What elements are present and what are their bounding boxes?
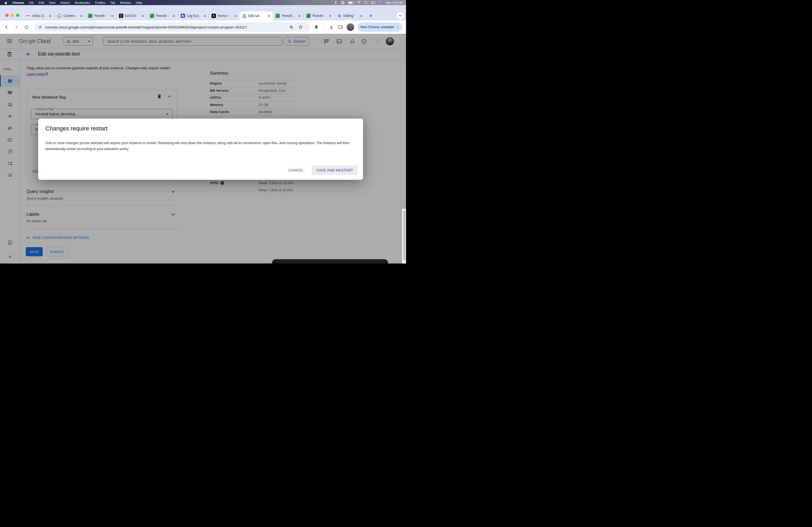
tab-peerdb-3[interactable]: Peerdb ( (273, 11, 303, 20)
peerdb-icon (88, 14, 92, 18)
wifi-icon[interactable] (357, 1, 361, 4)
tab-inbox[interactable]: Inbox (5, (24, 11, 54, 20)
control-center-icon[interactable] (371, 1, 375, 4)
tab-peerdb-4[interactable]: Peerdb L (304, 11, 334, 20)
menu-item-help[interactable]: Help (136, 1, 142, 4)
site-settings-icon[interactable] (38, 25, 42, 30)
tab-conference[interactable]: Conferen (55, 11, 85, 20)
menu-status-area: A Sat 1:29 PM (334, 1, 406, 4)
svg-text:DA: DA (120, 14, 122, 16)
chrome-tab-strip: Inbox (5, Conferen Peerdb U DAIS DAIS24 (0, 5, 406, 20)
window-zoom-button[interactable] (16, 14, 19, 17)
tab-edit-instance-active[interactable]: Edit sai- (240, 11, 273, 20)
dialog-buttons: CANCEL SAVE AND RESTART (289, 165, 358, 175)
editing-doc-icon (337, 14, 342, 18)
back-icon[interactable] (3, 24, 10, 30)
tab-peerdb-1[interactable]: Peerdb U (85, 11, 116, 20)
tab-log-explorer[interactable]: Log Expl (178, 11, 209, 20)
tabs-container: Inbox (5, Conferen Peerdb U DAIS DAIS24 (24, 11, 374, 20)
peerdb-icon (306, 14, 311, 18)
close-icon[interactable] (233, 14, 238, 18)
download-icon[interactable] (328, 24, 335, 30)
battery-icon[interactable] (348, 1, 353, 4)
close-icon[interactable] (297, 14, 302, 18)
menu-clock[interactable]: Sat 1:29 PM (386, 1, 403, 4)
zoom-icon[interactable] (289, 25, 294, 30)
page-viewport: Google Cloud test Search (/) for resourc… (0, 34, 406, 264)
menu-item-window[interactable]: Window (120, 1, 131, 4)
close-icon[interactable] (328, 14, 332, 18)
omnibox[interactable]: console.cloud.google.com/sql/instances/s… (34, 22, 310, 32)
close-icon[interactable] (359, 14, 363, 18)
tab-search-button[interactable] (396, 12, 404, 19)
macos-dock-hint[interactable] (272, 259, 388, 264)
svg-text:X: X (213, 14, 215, 17)
dialog-title: Changes require restart (45, 125, 107, 132)
window-minimize-button[interactable] (11, 14, 14, 17)
chrome-update-label: New Chrome available (360, 25, 394, 29)
scrollbar-thumb[interactable] (403, 210, 405, 260)
close-icon[interactable] (79, 14, 83, 18)
chrome-toolbar: console.cloud.google.com/sql/instances/s… (0, 20, 406, 34)
window-close-button[interactable] (5, 14, 9, 17)
tab-peerdb-2[interactable]: Peerdb L (147, 11, 178, 20)
close-icon[interactable] (141, 14, 145, 18)
reload-icon[interactable] (23, 24, 30, 30)
dialog-body: One or more changes you've selected will… (45, 140, 356, 152)
postgresql-icon (57, 14, 61, 18)
svg-text:IS: IS (120, 16, 122, 18)
forward-icon[interactable] (13, 24, 19, 30)
toolbar-divider (323, 25, 324, 29)
restart-dialog: Changes require restart One or more chan… (38, 119, 363, 180)
tab-dais24[interactable]: DAIS DAIS24 (116, 11, 147, 20)
menu-item-edit[interactable]: Edit (39, 1, 44, 4)
dialog-save-and-restart-button[interactable]: SAVE AND RESTART (312, 165, 358, 175)
close-icon[interactable] (172, 14, 176, 18)
close-icon[interactable] (267, 14, 271, 18)
display-icon[interactable] (334, 1, 337, 4)
datadog-icon (181, 14, 185, 18)
menu-item-bookmarks[interactable]: Bookmarks (75, 1, 90, 4)
side-panel-icon[interactable] (337, 24, 344, 30)
peerdb-icon (150, 14, 154, 18)
close-icon[interactable] (110, 14, 114, 18)
screen: Chrome File Edit View History Bookmarks … (0, 0, 406, 264)
peerdb-icon (276, 14, 280, 18)
menu-item-history[interactable]: History (60, 1, 70, 4)
page-scrollbar[interactable] (402, 209, 406, 264)
menu-item-file[interactable]: File (29, 1, 34, 4)
menu-item-view[interactable]: View (49, 1, 56, 4)
menu-left: Chrome File Edit View History Bookmarks … (0, 1, 142, 4)
app-switcher-icon[interactable]: A (341, 1, 345, 4)
menu-item-profiles[interactable]: Profiles (95, 1, 105, 4)
chrome-update-pill[interactable]: New Chrome available ⋮ (358, 22, 402, 32)
dialog-cancel-button[interactable]: CANCEL (289, 168, 304, 172)
apple-icon[interactable] (4, 1, 8, 4)
profile-avatar[interactable] (347, 23, 354, 31)
menu-item-tab[interactable]: Tab (110, 1, 115, 4)
dais-icon: DAIS (119, 14, 123, 18)
menu-item-chrome[interactable]: Chrome (12, 1, 24, 4)
macos-menu-bar: Chrome File Edit View History Bookmarks … (0, 0, 406, 5)
close-icon[interactable] (48, 14, 52, 18)
gmail-icon (26, 14, 31, 18)
tab-x-home[interactable]: X Home / X (209, 11, 240, 20)
siri-icon[interactable] (379, 1, 382, 4)
tab-editing[interactable]: Editing " (335, 11, 365, 20)
bookmark-star-icon[interactable] (298, 25, 303, 30)
url-text[interactable]: console.cloud.google.com/sql/instances/s… (45, 25, 247, 29)
cloud-sql-icon (242, 14, 246, 18)
close-icon[interactable] (202, 14, 207, 18)
spotlight-icon[interactable] (364, 1, 368, 4)
extensions-icon[interactable] (313, 24, 320, 30)
x-icon: X (212, 14, 216, 18)
more-menu-icon[interactable]: ⋮ (396, 25, 400, 29)
new-tab-button[interactable] (367, 12, 374, 19)
